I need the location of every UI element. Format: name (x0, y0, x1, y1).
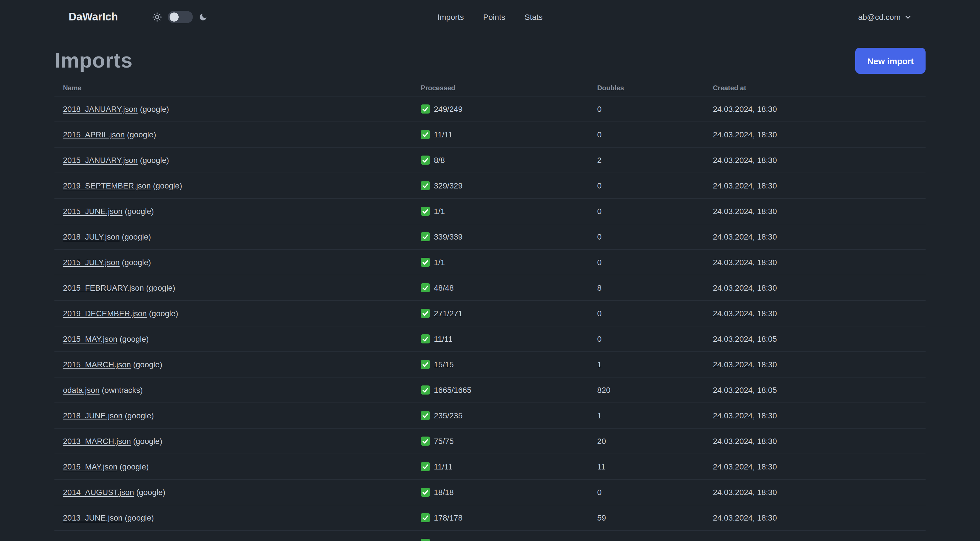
user-email: ab@cd.com (858, 13, 900, 22)
created-at: 24.03.2024, 18:30 (713, 130, 926, 139)
import-source-label: (google) (125, 513, 154, 522)
import-file-link[interactable]: 2018_JUNE.json (63, 411, 123, 420)
doubles-count: 0 (597, 130, 713, 139)
new-import-button[interactable]: New import (856, 48, 926, 74)
import-source-label: (google) (125, 411, 154, 420)
success-check-icon (421, 181, 430, 190)
doubles-count: 0 (597, 258, 713, 267)
created-at: 24.03.2024, 18:30 (713, 104, 926, 113)
success-check-icon (421, 513, 430, 522)
import-source-label: (google) (122, 258, 151, 267)
column-header-created-at: Created at (713, 84, 926, 92)
import-source-label: (google) (153, 181, 182, 190)
import-file-link[interactable]: 2013_JUNE.json (63, 513, 123, 522)
import-file-link[interactable]: 2014_AUGUST.json (63, 488, 134, 497)
processed-count: 75/75 (434, 437, 454, 445)
success-check-icon (421, 385, 430, 394)
import-source-label: (google) (122, 232, 151, 241)
doubles-count: 1 (597, 360, 713, 369)
processed-count: 48/48 (434, 283, 454, 292)
processed-count: 339/339 (434, 232, 463, 241)
brand-link[interactable]: DaWarIch (68, 11, 118, 23)
moon-icon (199, 13, 208, 22)
created-at: 24.03.2024, 18:30 (713, 309, 926, 318)
table-body: 2018_JANUARY.json (google) 249/249 0 24.… (54, 96, 926, 531)
table-row: 2015_APRIL.json (google) 11/11 0 24.03.2… (54, 122, 926, 148)
created-at: 24.03.2024, 18:30 (713, 283, 926, 292)
doubles-count: 0 (597, 309, 713, 318)
doubles-count: 0 (597, 334, 713, 343)
created-at: 24.03.2024, 18:30 (713, 513, 926, 522)
created-at: 24.03.2024, 18:30 (713, 156, 926, 164)
processed-count: 1665/1665 (434, 385, 471, 394)
import-file-link[interactable]: 2019_SEPTEMBER.json (63, 181, 151, 190)
import-source-label: (google) (140, 156, 169, 164)
import-source-label: (google) (146, 283, 175, 292)
table-row-partial (54, 531, 926, 541)
doubles-count: 11 (597, 462, 713, 471)
created-at: 24.03.2024, 18:30 (713, 462, 926, 471)
import-file-link[interactable]: 2018_JANUARY.json (63, 104, 138, 113)
table-row: 2019_DECEMBER.json (google) 271/271 0 24… (54, 301, 926, 326)
theme-toggle[interactable] (168, 11, 193, 23)
import-file-link[interactable]: 2015_JULY.json (63, 258, 120, 267)
import-file-link[interactable]: odata.json (63, 385, 100, 394)
import-source-label: (google) (140, 104, 169, 113)
doubles-count: 0 (597, 104, 713, 113)
created-at: 24.03.2024, 18:05 (713, 385, 926, 394)
processed-count: 11/11 (434, 462, 453, 471)
import-file-link[interactable]: 2013_MARCH.json (63, 437, 131, 445)
nav-link-points[interactable]: Points (483, 13, 505, 22)
user-menu[interactable]: ab@cd.com (858, 13, 912, 22)
import-file-link[interactable]: 2019_DECEMBER.json (63, 309, 147, 318)
processed-count: 235/235 (434, 411, 463, 420)
doubles-count: 0 (597, 181, 713, 190)
success-check-icon (421, 130, 430, 139)
created-at: 24.03.2024, 18:30 (713, 488, 926, 497)
import-file-link[interactable]: 2015_JUNE.json (63, 207, 123, 216)
nav-link-stats[interactable]: Stats (525, 13, 543, 22)
doubles-count: 0 (597, 232, 713, 241)
success-check-icon (421, 309, 430, 318)
processed-count: 271/271 (434, 309, 463, 318)
processed-count: 11/11 (434, 334, 453, 343)
table-header-row: Name Processed Doubles Created at (54, 80, 926, 96)
page-title: Imports (54, 49, 133, 73)
import-file-link[interactable]: 2015_MAY.json (63, 334, 118, 343)
import-source-label: (google) (133, 360, 162, 369)
theme-toggle-knob (170, 13, 179, 22)
table-row: 2015_MAY.json (google) 11/11 11 24.03.20… (54, 454, 926, 480)
import-file-link[interactable]: 2015_JANUARY.json (63, 156, 138, 164)
success-check-icon (421, 232, 430, 241)
nav-link-imports[interactable]: Imports (437, 13, 464, 22)
import-file-link[interactable]: 2015_FEBRUARY.json (63, 283, 144, 292)
navbar: DaWarIch Imports Points Stats ab@cd.com (0, 0, 980, 34)
theme-toggle-group (152, 11, 208, 23)
imports-table: Name Processed Doubles Created at 2018_J… (54, 80, 926, 541)
import-file-link[interactable]: 2018_JULY.json (63, 232, 120, 241)
import-file-link[interactable]: 2015_MARCH.json (63, 360, 131, 369)
success-check-icon (421, 334, 430, 343)
table-row: 2013_MARCH.json (google) 75/75 20 24.03.… (54, 429, 926, 454)
import-source-label: (google) (125, 207, 154, 216)
created-at: 24.03.2024, 18:30 (713, 181, 926, 190)
table-row: 2015_JULY.json (google) 1/1 0 24.03.2024… (54, 250, 926, 275)
import-file-link[interactable]: 2015_APRIL.json (63, 130, 125, 139)
success-check-icon (421, 462, 430, 471)
import-file-link[interactable]: 2015_MAY.json (63, 462, 118, 471)
doubles-count: 20 (597, 437, 713, 445)
import-source-label: (google) (120, 462, 149, 471)
table-row: 2018_JANUARY.json (google) 249/249 0 24.… (54, 96, 926, 122)
processed-count: 249/249 (434, 104, 463, 113)
import-source-label: (google) (133, 437, 162, 445)
processed-count: 8/8 (434, 156, 445, 164)
success-check-icon (421, 283, 430, 292)
table-row: 2015_JUNE.json (google) 1/1 0 24.03.2024… (54, 199, 926, 224)
doubles-count: 59 (597, 513, 713, 522)
processed-count: 1/1 (434, 207, 445, 216)
import-source-label: (google) (149, 309, 178, 318)
table-row: 2018_JUNE.json (google) 235/235 1 24.03.… (54, 403, 926, 429)
doubles-count: 1 (597, 411, 713, 420)
table-row: 2018_JULY.json (google) 339/339 0 24.03.… (54, 224, 926, 250)
doubles-count: 8 (597, 283, 713, 292)
